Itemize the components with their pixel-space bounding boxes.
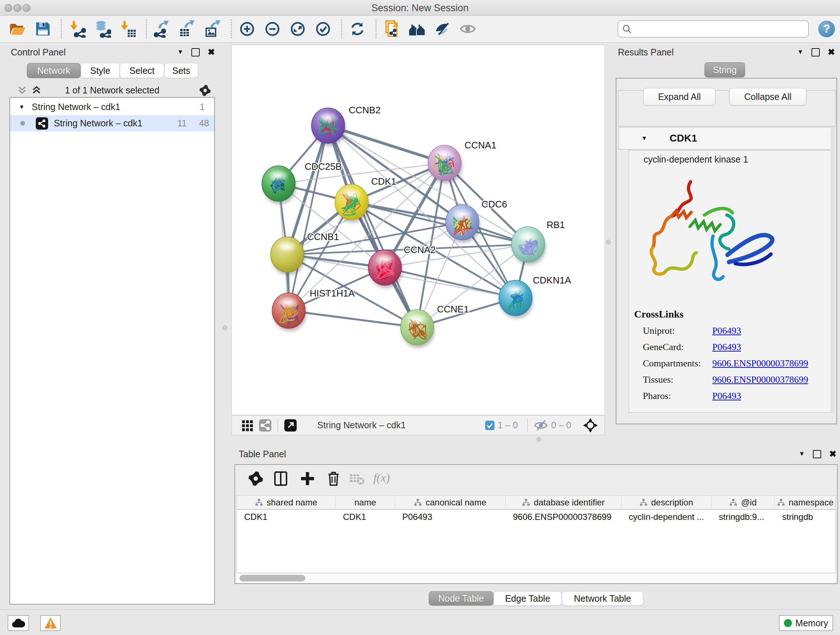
- float-panel-icon[interactable]: ▼: [799, 450, 805, 458]
- open-in-window-icon[interactable]: [284, 419, 297, 432]
- crosslink-link[interactable]: 9606.ENSP00000378699: [712, 358, 808, 369]
- cell-description[interactable]: cyclin-dependent ...: [622, 510, 712, 524]
- column-header-database-identifier[interactable]: database identifier: [506, 496, 622, 509]
- network-node-rb1[interactable]: [512, 226, 546, 265]
- save-session-icon[interactable]: [34, 20, 51, 38]
- table-gear-icon[interactable]: [248, 470, 264, 486]
- close-panel-icon[interactable]: ✖: [829, 449, 836, 459]
- export-table-icon[interactable]: [179, 20, 196, 38]
- search-box[interactable]: [617, 20, 809, 38]
- search-input[interactable]: [632, 24, 805, 35]
- scrollbar-thumb[interactable]: [240, 575, 305, 581]
- maximize-panel-icon[interactable]: [191, 48, 200, 57]
- network-share-badge-icon[interactable]: [259, 419, 272, 432]
- tab-select[interactable]: Select: [120, 63, 164, 78]
- float-panel-icon[interactable]: ▼: [177, 49, 183, 56]
- import-table-icon[interactable]: [119, 20, 136, 38]
- crosslink-link[interactable]: P06493: [712, 391, 741, 402]
- network-node-cdk1[interactable]: [335, 184, 369, 223]
- eye-icon[interactable]: [459, 20, 477, 38]
- export-image-icon[interactable]: [204, 20, 221, 38]
- export-network-icon[interactable]: [153, 20, 171, 38]
- add-column-icon[interactable]: [300, 470, 316, 486]
- network-row-selected[interactable]: String Network – cdk1 11 48: [10, 115, 214, 131]
- delete-table-icon[interactable]: [349, 470, 365, 486]
- zoom-selected-icon[interactable]: [314, 20, 332, 38]
- crosshair-icon[interactable]: [583, 418, 598, 433]
- crosslink-link[interactable]: 9606.ENSP00000378699: [712, 374, 808, 385]
- close-panel-icon[interactable]: ✖: [828, 47, 835, 57]
- network-node-ccnb1[interactable]: [271, 237, 305, 275]
- close-panel-icon[interactable]: ✖: [208, 47, 215, 57]
- maximize-panel-icon[interactable]: [812, 48, 820, 57]
- network-node-ccna1[interactable]: [428, 145, 462, 184]
- column-header-id[interactable]: @id: [712, 496, 775, 509]
- network-node-cdc6[interactable]: [446, 204, 480, 243]
- vizmapper-icon[interactable]: [434, 20, 451, 38]
- tab-style[interactable]: Style: [81, 63, 120, 78]
- collapse-all-chevron-icon[interactable]: [17, 86, 27, 95]
- warnings-button[interactable]: [40, 615, 61, 631]
- table-row[interactable]: CDK1 CDK1 P06493 9606.ENSP00000378699 cy…: [237, 510, 835, 524]
- column-header-name[interactable]: name: [336, 496, 395, 509]
- home-houses-icon[interactable]: [409, 20, 426, 38]
- column-header-namespace[interactable]: namespace: [775, 496, 836, 509]
- maximize-panel-icon[interactable]: [813, 450, 821, 458]
- clone-network-icon[interactable]: [383, 20, 401, 38]
- network-node-ccnb2[interactable]: [311, 108, 346, 146]
- float-panel-icon[interactable]: ▼: [797, 49, 804, 56]
- birds-eye-grid-icon[interactable]: [241, 419, 254, 432]
- results-scrollbar[interactable]: [831, 127, 835, 413]
- section-caret-icon[interactable]: ▼: [641, 135, 647, 141]
- splitter-handle-left[interactable]: [223, 325, 227, 330]
- expand-all-button[interactable]: Expand All: [643, 88, 715, 105]
- tab-string[interactable]: String: [704, 62, 745, 78]
- column-header-shared-name[interactable]: shared name: [237, 496, 336, 509]
- network-canvas[interactable]: CCNB2CCNA1CDC25BCDK1CDC6RB1CCNB1CCNA2CDK…: [232, 45, 605, 415]
- splitter-handle-bottom[interactable]: [537, 437, 541, 442]
- show-columns-icon[interactable]: [273, 470, 289, 486]
- delete-column-trash-icon[interactable]: [325, 470, 341, 486]
- import-network-from-database-icon[interactable]: [94, 20, 111, 38]
- tab-sets[interactable]: Sets: [164, 63, 198, 78]
- network-edge[interactable]: [385, 268, 515, 298]
- tab-network[interactable]: Network: [27, 63, 81, 78]
- column-header-description[interactable]: description: [622, 496, 712, 509]
- cell-namespace[interactable]: stringdb: [775, 510, 836, 524]
- collection-caret-icon[interactable]: ▼: [19, 104, 25, 111]
- splitter-handle-right[interactable]: [606, 240, 611, 244]
- hidden-eye-slash-icon[interactable]: [534, 419, 548, 432]
- tab-network-table[interactable]: Network Table: [562, 591, 643, 606]
- zoom-out-icon[interactable]: [264, 20, 281, 38]
- network-node-ccna2[interactable]: [368, 250, 403, 288]
- table-horizontal-scrollbar[interactable]: [237, 573, 836, 583]
- network-node-cdc25b[interactable]: [262, 166, 296, 204]
- cell-shared-name[interactable]: CDK1: [237, 510, 336, 524]
- collapse-all-button[interactable]: Collapse All: [729, 88, 806, 105]
- help-button[interactable]: ?: [818, 21, 835, 37]
- tab-edge-table[interactable]: Edge Table: [493, 591, 562, 606]
- function-builder-icon[interactable]: f(x): [373, 471, 390, 487]
- expand-all-chevron-icon[interactable]: [32, 86, 41, 95]
- cloud-status-button[interactable]: [8, 615, 29, 631]
- network-collection-row[interactable]: ▼ String Network – cdk1 1: [10, 99, 214, 115]
- memory-button[interactable]: Memory: [779, 615, 833, 631]
- tab-node-table[interactable]: Node Table: [429, 591, 493, 606]
- cell-id[interactable]: stringdb:9...: [712, 510, 775, 524]
- refresh-icon[interactable]: [349, 20, 366, 38]
- cell-database-identifier[interactable]: 9606.ENSP00000378699: [506, 510, 622, 524]
- import-network-icon[interactable]: [68, 20, 86, 38]
- column-header-canonical-name[interactable]: canonical name: [395, 496, 506, 509]
- gear-icon[interactable]: [199, 84, 211, 97]
- selected-checkbox-icon[interactable]: [485, 420, 495, 431]
- network-node-ccne1[interactable]: [401, 310, 435, 348]
- zoom-in-icon[interactable]: [238, 20, 256, 38]
- open-session-icon[interactable]: [9, 20, 26, 38]
- cell-canonical-name[interactable]: P06493: [395, 510, 506, 524]
- cell-name[interactable]: CDK1: [336, 510, 395, 524]
- crosslink-link[interactable]: P06493: [712, 325, 741, 336]
- protein-section-header[interactable]: ▼ CDK1: [619, 127, 834, 149]
- zoom-fit-icon[interactable]: [289, 20, 306, 38]
- network-node-hist1h1a[interactable]: [272, 293, 306, 331]
- network-edge[interactable]: [289, 310, 417, 327]
